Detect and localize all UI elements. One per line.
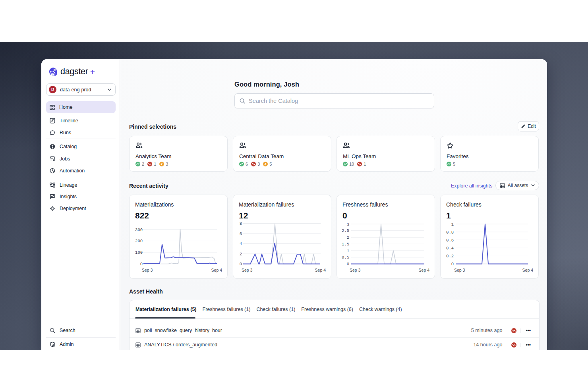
svg-text:0.2: 0.2 — [446, 254, 454, 259]
svg-text:0.6: 0.6 — [446, 238, 454, 243]
svg-text:Sep 4: Sep 4 — [522, 268, 534, 272]
svg-text:Sep 3: Sep 3 — [142, 268, 153, 272]
svg-text:6: 6 — [240, 232, 242, 236]
svg-text:0.5: 0.5 — [342, 255, 349, 260]
svg-text:2.5: 2.5 — [342, 228, 349, 233]
svg-text:4: 4 — [240, 241, 242, 246]
svg-text:1: 1 — [451, 222, 454, 227]
svg-text:100: 100 — [135, 250, 143, 255]
svg-text:0: 0 — [451, 262, 454, 266]
svg-text:2: 2 — [347, 235, 349, 240]
svg-text:200: 200 — [135, 239, 143, 243]
svg-text:Sep 3: Sep 3 — [242, 268, 253, 272]
svg-text:0: 0 — [240, 262, 242, 266]
svg-text:1.5: 1.5 — [342, 242, 349, 247]
svg-text:1: 1 — [347, 249, 349, 253]
svg-text:2: 2 — [240, 252, 242, 257]
svg-text:Sep 3: Sep 3 — [454, 268, 465, 272]
svg-text:300: 300 — [135, 228, 143, 232]
svg-text:0: 0 — [347, 262, 349, 266]
svg-text:3: 3 — [347, 222, 349, 227]
svg-text:Sep 4: Sep 4 — [211, 268, 222, 272]
svg-text:0: 0 — [140, 262, 143, 266]
svg-text:0.8: 0.8 — [446, 230, 454, 235]
svg-text:Sep 4: Sep 4 — [315, 268, 326, 272]
svg-text:Sep 3: Sep 3 — [350, 268, 361, 272]
svg-text:0.4: 0.4 — [446, 246, 454, 251]
svg-text:8: 8 — [240, 221, 242, 226]
svg-text:Sep 4: Sep 4 — [419, 268, 430, 272]
